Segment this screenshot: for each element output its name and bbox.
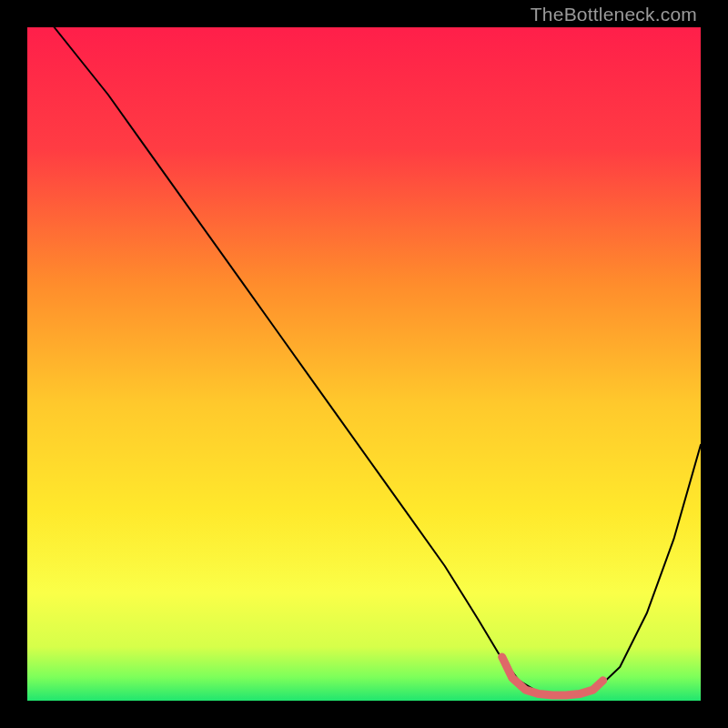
watermark-text: TheBottleneck.com [531, 4, 697, 25]
plot-area [27, 27, 701, 701]
svg-rect-0 [27, 27, 701, 701]
chart-frame: TheBottleneck.com [0, 0, 728, 728]
background-gradient [27, 27, 701, 701]
